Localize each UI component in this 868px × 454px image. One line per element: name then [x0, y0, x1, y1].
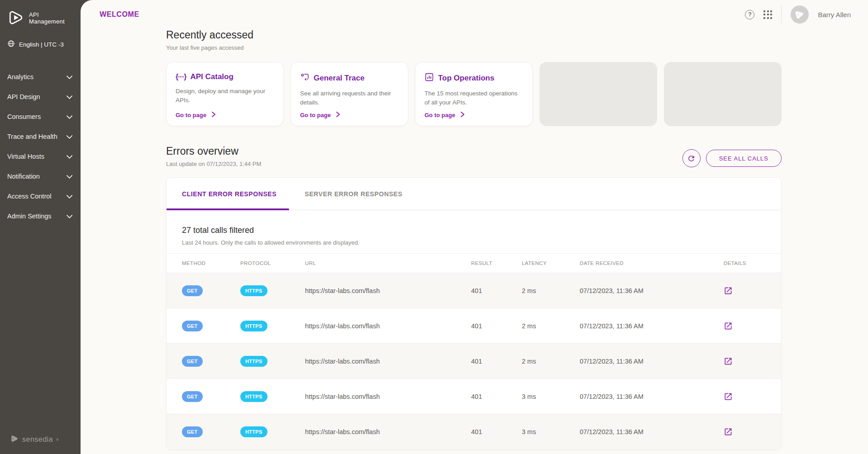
tab-server-error-responses[interactable]: SERVER ERROR RESPONSES	[289, 178, 415, 210]
recent-cards-row: {···} API Catalog Design, deploy and man…	[166, 62, 782, 126]
calls-filtered-note: Last 24 hours. Only the calls to allowed…	[182, 239, 766, 246]
protocol-badge: HTTPS	[240, 321, 267, 331]
card-description: The 15 most requested operations of all …	[424, 89, 523, 112]
app-root: API Management English | UTC -3 Analytic…	[0, 0, 868, 454]
open-details-button[interactable]	[724, 286, 733, 295]
url-cell: https://star-labs.com/flash	[290, 308, 456, 344]
latency-cell: 3 ms	[506, 379, 564, 414]
calls-filtered-count: 27 total calls filtered	[182, 226, 766, 235]
sidebar-item-label: Access Control	[7, 193, 52, 200]
protocol-badge: HTTPS	[240, 391, 267, 402]
card-api-catalog[interactable]: {···} API Catalog Design, deploy and man…	[166, 62, 284, 126]
error-calls-table: METHOD PROTOCOL URL RESULT LATENCY DATE …	[167, 253, 781, 449]
result-cell: 401	[456, 414, 506, 449]
main-panel: WELCOME ? Barry Allen	[81, 0, 868, 454]
sidebar-item[interactable]: Consumers	[0, 107, 81, 127]
open-details-button[interactable]	[724, 392, 733, 401]
sensedia-mark-icon	[10, 434, 19, 445]
table-row: GET HTTPS https://star-labs.com/flash 40…	[167, 379, 781, 414]
apps-menu-button[interactable]	[763, 10, 772, 19]
table-row: GET HTTPS https://star-labs.com/flash 40…	[167, 308, 781, 344]
protocol-badge: HTTPS	[240, 285, 267, 296]
column-header: RESULT	[456, 254, 506, 273]
error-tabs: CLIENT ERROR RESPONSES SERVER ERROR RESP…	[167, 178, 781, 210]
method-badge: GET	[182, 285, 203, 296]
sidebar-item-label: API Design	[7, 93, 40, 100]
content: Recently accessed Your last five pages a…	[166, 29, 782, 450]
chevron-down-icon	[67, 193, 72, 200]
chevron-down-icon	[67, 133, 72, 140]
protocol-badge: HTTPS	[240, 426, 267, 437]
see-all-calls-button[interactable]: SEE ALL CALLS	[706, 150, 782, 167]
brand-play-icon	[7, 9, 24, 28]
sensedia-logo: sensedia ®	[10, 434, 59, 445]
sensedia-wordmark: sensedia	[22, 435, 53, 444]
language-selector[interactable]: English | UTC -3	[0, 33, 81, 56]
sidebar-item[interactable]: Analytics	[0, 67, 81, 87]
refresh-button[interactable]	[682, 149, 701, 167]
latency-cell: 3 ms	[506, 414, 564, 449]
chevron-down-icon	[67, 73, 72, 80]
open-details-button[interactable]	[724, 322, 733, 331]
go-to-page-link[interactable]: Go to page	[176, 112, 274, 118]
chevron-right-icon	[212, 112, 215, 118]
column-header: DATE RECEIVED	[564, 254, 708, 273]
chevron-down-icon	[67, 153, 72, 160]
result-cell: 401	[456, 308, 506, 344]
errors-table-card: CLIENT ERROR RESPONSES SERVER ERROR RESP…	[166, 177, 782, 450]
chevron-right-icon	[461, 112, 464, 118]
app-logo[interactable]: API Management	[0, 0, 81, 33]
recently-accessed-subtitle: Your last five pages accessed	[166, 44, 782, 51]
sidebar: API Management English | UTC -3 Analytic…	[0, 0, 81, 454]
method-badge: GET	[182, 426, 203, 437]
open-details-button[interactable]	[724, 427, 733, 436]
errors-overview-section: Errors overview Last update on 07/12/202…	[166, 145, 782, 450]
avatar[interactable]	[791, 5, 809, 24]
empty-card-placeholder	[664, 62, 782, 126]
card-general-trace[interactable]: General Trace See all arriving requests …	[291, 62, 408, 126]
topbar-actions: ? Barry Allen	[745, 5, 851, 24]
open-details-button[interactable]	[724, 357, 733, 366]
table-row: GET HTTPS https://star-labs.com/flash 40…	[167, 414, 781, 449]
card-top-operations[interactable]: Top Operations The 15 most requested ope…	[415, 62, 533, 126]
sidebar-item[interactable]: Access Control	[0, 186, 81, 206]
card-title: General Trace	[314, 74, 364, 83]
help-button[interactable]: ?	[745, 10, 754, 19]
sidebar-item[interactable]: Trace and Health	[0, 127, 81, 147]
table-row: GET HTTPS https://star-labs.com/flash 40…	[167, 344, 781, 379]
card-description: See all arriving requests and their deta…	[300, 89, 399, 112]
user-name: Barry Allen	[818, 11, 851, 19]
sidebar-item-label: Virtual Hosts	[7, 153, 44, 160]
help-icon: ?	[745, 10, 754, 19]
language-label: English | UTC -3	[19, 41, 64, 48]
sidebar-item[interactable]: Virtual Hosts	[0, 147, 81, 166]
bar-chart-icon	[424, 72, 434, 84]
sidebar-item[interactable]: Notification	[0, 166, 81, 186]
card-description: Design, deploy and manage your APIs.	[176, 87, 274, 112]
chevron-down-icon	[67, 173, 72, 180]
sidebar-item-label: Consumers	[7, 113, 41, 120]
chevron-down-icon	[67, 113, 72, 120]
url-cell: https://star-labs.com/flash	[290, 344, 456, 379]
sidebar-item[interactable]: API Design	[0, 87, 81, 107]
topbar: WELCOME ? Barry Allen	[81, 0, 868, 29]
trademark-symbol: ®	[56, 438, 59, 442]
code-braces-icon: {···}	[176, 73, 186, 81]
tab-client-error-responses[interactable]: CLIENT ERROR RESPONSES	[167, 178, 289, 210]
date-received-cell: 07/12/2023, 11:36 AM	[564, 379, 708, 414]
open-in-new-icon	[724, 286, 733, 295]
apps-grid-icon	[763, 10, 772, 19]
sidebar-item[interactable]: Admin Settings	[0, 206, 81, 226]
last-update-text: Last update on 07/12/2023, 1:44 PM	[166, 161, 261, 167]
date-received-cell: 07/12/2023, 11:36 AM	[564, 273, 708, 308]
result-cell: 401	[456, 344, 506, 379]
column-header: LATENCY	[506, 254, 564, 273]
go-to-page-link[interactable]: Go to page	[300, 112, 399, 118]
go-to-page-link[interactable]: Go to page	[424, 112, 523, 118]
empty-card-placeholder	[539, 62, 657, 126]
errors-overview-title: Errors overview	[166, 145, 261, 157]
latency-cell: 2 ms	[506, 308, 564, 344]
open-in-new-icon	[724, 427, 733, 436]
card-title: API Catalog	[190, 72, 233, 81]
result-cell: 401	[456, 273, 506, 308]
